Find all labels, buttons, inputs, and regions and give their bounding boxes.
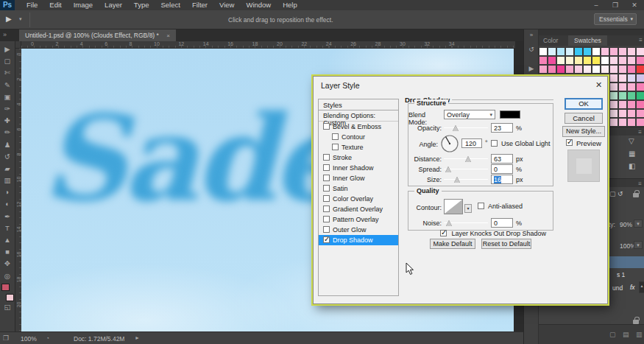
- anti-aliased-checkbox[interactable]: [478, 203, 484, 209]
- color-swatch[interactable]: [618, 118, 627, 127]
- tool-dodge[interactable]: ◐: [1, 198, 14, 210]
- ok-button[interactable]: OK: [565, 98, 603, 110]
- tool-quick-mask[interactable]: ◱: [1, 301, 14, 313]
- color-swatch[interactable]: [583, 65, 592, 74]
- color-swatch[interactable]: [627, 74, 636, 83]
- contour-thumbnail[interactable]: [444, 199, 463, 214]
- menu-layer[interactable]: Layer: [99, 0, 128, 10]
- tool-path-selection[interactable]: ▲: [1, 234, 14, 246]
- tool-rectangle[interactable]: ■: [1, 246, 14, 258]
- style-item-checkbox[interactable]: [323, 216, 330, 222]
- color-swatch[interactable]: [539, 65, 548, 74]
- color-swatch[interactable]: [636, 83, 644, 91]
- halftone-style-icon[interactable]: ◧: [629, 162, 635, 170]
- status-options-arrow-icon[interactable]: ►: [135, 335, 140, 340]
- angle-input[interactable]: 120: [461, 138, 482, 148]
- style-item-checkbox[interactable]: [323, 226, 330, 233]
- tool-type[interactable]: T: [1, 222, 14, 234]
- tool-gradient[interactable]: ▥: [1, 175, 14, 186]
- tool-eyedropper[interactable]: ✑: [1, 103, 14, 115]
- menu-edit[interactable]: Edit: [43, 0, 67, 10]
- distance-slider[interactable]: [444, 155, 488, 163]
- menu-select[interactable]: Select: [155, 0, 185, 10]
- noise-input[interactable]: 0: [491, 218, 513, 228]
- blend-mode-select[interactable]: Overlay ▾: [444, 110, 495, 119]
- color-swatch[interactable]: [636, 47, 644, 56]
- tool-crop[interactable]: ▣: [1, 91, 14, 103]
- color-swatch[interactable]: [627, 47, 636, 56]
- style-item-checkbox[interactable]: [323, 164, 330, 171]
- tool-hand[interactable]: ✥: [1, 258, 14, 270]
- tool-eraser[interactable]: ▰: [1, 163, 14, 175]
- style-item-checkbox[interactable]: [323, 154, 330, 161]
- style-item-checkbox[interactable]: [323, 123, 330, 130]
- angle-dial[interactable]: [441, 135, 459, 152]
- style-item-pattern-overlay[interactable]: Pattern Overlay: [319, 214, 398, 225]
- color-swatch[interactable]: [583, 56, 592, 65]
- tool-pen[interactable]: ✒: [1, 211, 14, 222]
- zoom-level[interactable]: 100%: [21, 335, 37, 343]
- color-swatch[interactable]: [592, 47, 601, 56]
- move-tool-icon[interactable]: ▶: [6, 15, 12, 23]
- fill-dropdown-icon[interactable]: ▼: [634, 241, 643, 249]
- spread-input[interactable]: 0: [491, 164, 513, 174]
- color-swatch[interactable]: [601, 65, 609, 74]
- slider-thumb[interactable]: [465, 156, 471, 162]
- dialog-close-icon[interactable]: ✕: [595, 80, 602, 90]
- tool-lasso[interactable]: ✄: [1, 67, 14, 79]
- restore-button[interactable]: ❐: [606, 0, 625, 10]
- gradient-style-icon[interactable]: ▽: [629, 137, 634, 145]
- color-swatch[interactable]: [548, 56, 556, 65]
- style-item-checkbox[interactable]: [323, 195, 330, 202]
- color-swatch[interactable]: [565, 56, 574, 65]
- slider-thumb[interactable]: [445, 166, 451, 172]
- color-swatch[interactable]: [574, 56, 583, 65]
- style-item-checkbox[interactable]: [323, 236, 330, 243]
- tool-rectangular-marquee[interactable]: ▢: [1, 55, 14, 67]
- tab-color[interactable]: Color: [543, 37, 558, 44]
- color-swatch[interactable]: [601, 56, 609, 65]
- tool-spot-healing-brush[interactable]: ✚: [1, 115, 14, 127]
- slider-thumb[interactable]: [454, 177, 460, 183]
- foreground-color-swatch[interactable]: [1, 284, 10, 291]
- reset-to-default-button[interactable]: Reset to Default: [481, 239, 531, 249]
- screen-mode-icon[interactable]: ❐: [3, 334, 9, 342]
- color-swatch[interactable]: [556, 47, 565, 56]
- tool-brush[interactable]: ✏: [1, 127, 14, 138]
- color-swatch[interactable]: [636, 74, 644, 83]
- close-button[interactable]: ✕: [625, 0, 644, 10]
- layer-name-fragment[interactable]: s 1: [617, 271, 625, 278]
- menu-help[interactable]: Help: [277, 0, 303, 10]
- layer-filter-icons[interactable]: ▢ ↺: [609, 190, 623, 197]
- style-item-checkbox[interactable]: [332, 133, 339, 140]
- color-swatch[interactable]: [636, 100, 644, 109]
- color-swatch[interactable]: [609, 65, 618, 74]
- color-swatch[interactable]: [601, 47, 609, 56]
- new-layer-icon[interactable]: ▢: [609, 331, 616, 338]
- minimize-button[interactable]: –: [587, 0, 606, 10]
- pattern-style-icon[interactable]: ▦: [629, 150, 635, 158]
- layer-knocks-out-checkbox[interactable]: [440, 230, 447, 236]
- panel-menu-icon[interactable]: ≡: [639, 37, 643, 43]
- opacity-dropdown-icon[interactable]: ▼: [634, 220, 643, 228]
- preview-checkbox[interactable]: [566, 139, 573, 146]
- color-swatch[interactable]: [609, 74, 618, 83]
- color-swatch[interactable]: [636, 109, 644, 118]
- tool-preset-caret-icon[interactable]: ▾: [19, 16, 22, 22]
- style-item-checkbox[interactable]: [323, 206, 330, 212]
- menu-view[interactable]: View: [213, 0, 240, 10]
- color-swatch[interactable]: [609, 83, 618, 91]
- style-item-contour[interactable]: Contour: [319, 132, 398, 142]
- color-swatch[interactable]: [636, 65, 644, 74]
- make-default-button[interactable]: Make Default: [430, 239, 475, 249]
- history-panel-icon[interactable]: ↺: [524, 46, 539, 53]
- color-swatch[interactable]: [609, 100, 618, 109]
- color-swatch[interactable]: [618, 109, 627, 118]
- color-swatch[interactable]: [609, 91, 618, 100]
- color-swatch[interactable]: [609, 47, 618, 56]
- new-style-button[interactable]: New Style...: [562, 126, 605, 137]
- style-item-checkbox[interactable]: [332, 144, 339, 150]
- slider-thumb[interactable]: [453, 125, 459, 131]
- color-swatch[interactable]: [618, 91, 627, 100]
- menu-type[interactable]: Type: [128, 0, 155, 10]
